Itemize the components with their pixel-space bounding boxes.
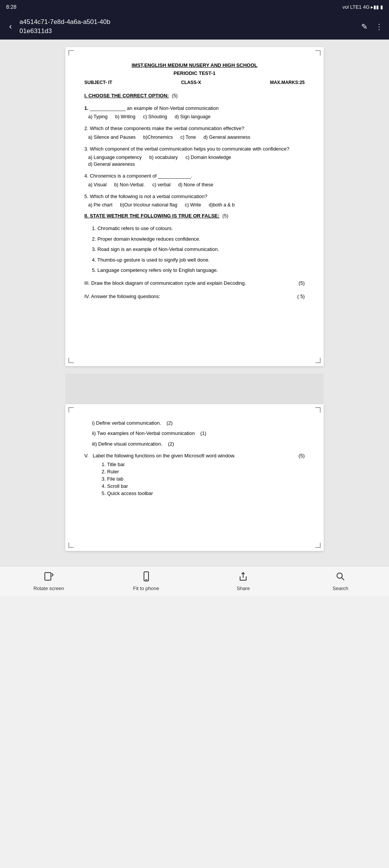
v-item-5: Quick access toolbar (107, 490, 305, 496)
corner-tl (68, 50, 74, 56)
tf-item-2: 2. Proper domain knowledge reduces confi… (92, 235, 305, 243)
q5-opt-b: b)Our tricolour national flag (120, 202, 177, 208)
subject-label: SUBJECT- IT (84, 80, 112, 85)
sub-q-i: i) Define verbal communication. (2) (84, 419, 305, 427)
section-I-title: I. CHOOSE THE CORRECT OPTION: (84, 93, 169, 98)
blank-space-2 (84, 498, 305, 536)
edit-icon[interactable]: ✎ (361, 22, 368, 31)
more-options-icon[interactable]: ⋮ (375, 22, 383, 31)
page-2: i) Define verbal communication. (2) ii) … (65, 404, 324, 551)
q4-opt-d: d) None of these (178, 182, 213, 187)
fit-label: Fit to phone (133, 586, 159, 591)
school-name: IMST,ENGLISH MEDIUM NUSERY AND HIGH SCHO… (84, 62, 305, 68)
q5-text: 5. Which of the following is not a verba… (84, 193, 305, 200)
rotate-label: Rotate screen (33, 586, 64, 591)
document-container: IMST,ENGLISH MEDIUM NUSERY AND HIGH SCHO… (0, 40, 389, 567)
v-item-3: File tab (107, 476, 305, 482)
q1-options: a) Typing b) Writing c) Shouting d) Sign… (88, 114, 305, 119)
tf-item-4: 4. Thumbs-up gesture is used to signify … (92, 256, 305, 264)
q2-opt-b: b)Chronemics (143, 135, 173, 140)
q2-options: a) Silence and Pauses b)Chronemics c) To… (88, 135, 305, 140)
tf-item-3: 3. Road sign is an example of Non-Verbal… (92, 246, 305, 253)
q4-opt-c: c) verbal (152, 182, 171, 187)
section-II: II. STATE WETHER THE FOLLOWING IS TRUE O… (84, 213, 305, 274)
q3-opt-b: b) vocabulary (149, 155, 178, 160)
q3-options: a) Language competency b) vocabulary c) … (88, 155, 305, 160)
q1-text: 1. _____________ an example of Non-Verba… (84, 105, 305, 112)
signal-icon: vol LTE1 4G ▸▮▮ ▮ (342, 4, 383, 10)
section-III: III. Draw the block diagram of communica… (84, 280, 305, 286)
q5-opt-c: c) Write (185, 202, 201, 208)
fit-icon (141, 571, 152, 583)
status-bar: 8:28 vol LTE1 4G ▸▮▮ ▮ (0, 0, 389, 14)
section-I-marks: (5) (172, 93, 177, 98)
section-II-marks: (5) (223, 213, 228, 219)
document-title: a4514c71-7e8d-4a6a-a501-40b 01e6311d3 (19, 17, 357, 36)
fit-to-phone-button[interactable]: Fit to phone (131, 571, 161, 591)
tf-item-1: 1. Chromatic refers to use of colours. (92, 225, 305, 232)
q5-opt-d: d)both a & b (209, 202, 235, 208)
q1-opt-d: d) Sign language (175, 114, 211, 119)
section-V-list: Title bar Ruler File tab Scroll bar Quic… (84, 462, 305, 496)
q4-opt-b: b) Non-Verbal. (114, 182, 145, 187)
header: ‹ a4514c71-7e8d-4a6a-a501-40b 01e6311d3 … (0, 14, 389, 40)
search-label: Search (333, 586, 348, 591)
section-IV-marks: ( 5) (297, 294, 305, 299)
section-II-title: II. STATE WETHER THE FOLLOWING IS TRUE O… (84, 213, 220, 219)
section-V: V. Label the following functions on the … (84, 453, 305, 496)
q4-text: 4. Chronemics is a component of ________… (84, 172, 305, 180)
corner-tr (315, 50, 321, 56)
page-1: IMST,ENGLISH MEDIUM NUSERY AND HIGH SCHO… (65, 47, 324, 366)
section-IV: IV. Answer the following questions: ( 5) (84, 294, 305, 299)
tf-item-5: 5. Language competency refers only to En… (92, 267, 305, 274)
class-label: CLASS-X (181, 80, 201, 85)
bottom-toolbar: Rotate screen Fit to phone Share (0, 566, 389, 596)
q3-opt-c: c) Domain knowledge (185, 155, 231, 160)
q2-opt-d: d) General awareness (204, 135, 250, 140)
question-1: 1. _____________ an example of Non-Verba… (84, 105, 305, 120)
question-3: 3. Which component of the verbal communi… (84, 145, 305, 167)
v-item-4: Scroll bar (107, 483, 305, 489)
page-gap (65, 374, 324, 404)
true-false-list: 1. Chromatic refers to use of colours. 2… (84, 225, 305, 274)
blank-space-1 (84, 305, 305, 351)
q5-opt-a: a) Pie chart (88, 202, 112, 208)
section-IV-text: IV. Answer the following questions: (84, 294, 160, 299)
section-I: I. CHOOSE THE CORRECT OPTION: (5) 1. ___… (84, 93, 305, 208)
doc-header-row: SUBJECT- IT CLASS-X MAX.MARKS:25 (84, 80, 305, 85)
q3-opt-d: d) General awareness (88, 162, 135, 167)
status-icons: vol LTE1 4G ▸▮▮ ▮ (342, 4, 383, 10)
q3-opt-a: a) Language competency (88, 155, 142, 160)
question-4: 4. Chronemics is a component of ________… (84, 172, 305, 187)
q1-opt-c: c) Shouting (143, 114, 167, 119)
sub-q-ii: ii) Two examples of Non-Verbal communica… (84, 430, 305, 437)
share-label: Share (237, 586, 250, 591)
test-name: PERIODIC TEST-1 (84, 70, 305, 76)
section-III-text: III. Draw the block diagram of communica… (84, 280, 246, 286)
q4-options: a) Visual b) Non-Verbal. c) verbal d) No… (88, 182, 305, 187)
v-item-1: Title bar (107, 462, 305, 467)
search-button[interactable]: Search (325, 571, 356, 591)
marks-label: MAX.MARKS:25 (270, 80, 305, 85)
corner-tr-p2 (315, 407, 321, 413)
q2-text: 2. Which of these components make the ve… (84, 125, 305, 132)
section-V-marks: (5) (299, 453, 305, 459)
q3-text: 3. Which component of the verbal communi… (84, 145, 305, 153)
corner-bl-p2 (68, 543, 74, 548)
q3-options-row2: d) General awareness (88, 162, 305, 167)
question-2: 2. Which of these components make the ve… (84, 125, 305, 140)
rotate-screen-button[interactable]: Rotate screen (33, 571, 64, 591)
q1-opt-b: b) Writing (115, 114, 135, 119)
section-V-text: V. Label the following functions on the … (84, 453, 236, 459)
search-icon (335, 571, 346, 583)
q4-opt-a: a) Visual (88, 182, 106, 187)
corner-br-p2 (315, 543, 321, 548)
question-5: 5. Which of the following is not a verba… (84, 193, 305, 208)
rotate-icon (43, 571, 54, 583)
share-button[interactable]: Share (228, 571, 258, 591)
corner-tl-p2 (68, 407, 74, 413)
q5-options: a) Pie chart b)Our tricolour national fl… (88, 202, 305, 208)
back-button[interactable]: ‹ (6, 20, 15, 33)
sub-q-iii: iii) Define visual communication. (2) (84, 440, 305, 448)
corner-br (315, 358, 321, 363)
